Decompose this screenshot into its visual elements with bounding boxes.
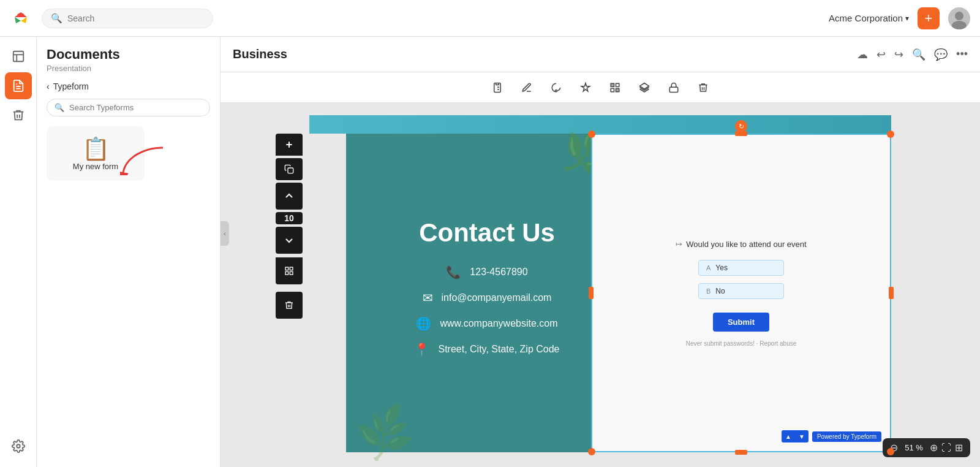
email-text: info@companyemail.com [442, 292, 552, 303]
undo-icon[interactable]: ↩ [876, 48, 886, 61]
sidebar-collapse-handle[interactable]: ‹ [221, 221, 229, 246]
toolbar-sparkle[interactable] [576, 78, 595, 97]
powered-by: Powered by Typeform [812, 431, 881, 442]
redo-icon[interactable]: ↪ [894, 48, 903, 61]
form-content: ↦ Would you like to attend our event A Y… [676, 240, 806, 347]
form-footer: Never submit passwords! · Report abuse [686, 340, 797, 347]
sidebar-subtitle: Presentation [47, 64, 210, 73]
svg-rect-26 [290, 267, 293, 270]
avatar[interactable] [948, 7, 970, 29]
add-button[interactable]: + [918, 7, 940, 29]
contact-card: 🌿 Contact Us 📞 123-4567890 ✉ info@compan… [346, 134, 628, 452]
canvas-area[interactable]: 10 🌿 [221, 103, 980, 467]
search-input[interactable] [67, 13, 204, 23]
tool-trash[interactable] [276, 292, 303, 319]
toolbar-pencil[interactable] [518, 78, 536, 97]
content-header: Business ☁ ↩ ↪ 🔍 💬 ••• [221, 37, 980, 72]
svg-rect-16 [611, 83, 614, 86]
globe-icon: 🌐 [416, 316, 431, 331]
leaf-bottom: 🌿 [352, 401, 419, 466]
side-handle-l[interactable] [589, 287, 594, 299]
contact-title: Contact Us [419, 218, 555, 248]
corner-handle-tl[interactable] [588, 131, 595, 138]
form-embed-box: ↦ Would you like to attend our event A Y… [591, 134, 891, 452]
svg-point-5 [955, 12, 963, 20]
arrow-indicator [120, 145, 169, 178]
app-logo[interactable] [10, 6, 42, 31]
content-title: Business [233, 47, 850, 61]
zoom-in-button[interactable]: ⊕ [930, 442, 938, 454]
icon-bar [0, 37, 37, 467]
zoom-grid-button[interactable]: ⊞ [955, 442, 963, 454]
sidebar-search-box[interactable]: 🔍 [47, 99, 210, 116]
icon-bar-trash[interactable] [5, 102, 32, 129]
form-option-a[interactable]: A Yes [698, 260, 784, 276]
topbar: 🔍 Acme Corporation ▾ + [0, 0, 980, 37]
contact-phone: 📞 123-4567890 [446, 265, 527, 279]
zoom-level: 51 % [902, 443, 926, 452]
form-question: ↦ Would you like to attend our event [676, 240, 806, 249]
chevron-left-icon: ‹ [47, 82, 50, 91]
toolbar-lasso[interactable] [547, 78, 565, 97]
toolbar-lock[interactable] [665, 78, 683, 97]
content-area: Business ☁ ↩ ↪ 🔍 💬 ••• [221, 37, 980, 467]
svg-point-12 [17, 444, 20, 448]
side-handle-r[interactable] [889, 287, 894, 299]
toolbar-checker[interactable] [606, 78, 624, 97]
comment-icon[interactable]: 💬 [934, 48, 948, 61]
slide-number: 10 [276, 212, 303, 224]
sidebar: Documents Presentation ‹ Typeform 🔍 📋 My… [37, 37, 221, 467]
nav-arrows[interactable]: ▲ ▼ [782, 430, 809, 442]
side-handle-b[interactable] [735, 450, 747, 455]
typeform-search-input[interactable] [69, 103, 202, 112]
nav-next[interactable]: ▼ [795, 430, 809, 442]
form-submit-button[interactable]: Submit [713, 313, 769, 332]
icon-bar-presentations[interactable] [5, 72, 32, 99]
corner-handle-bl[interactable] [588, 448, 595, 455]
svg-rect-18 [611, 88, 614, 91]
form-embed-container: ↻ [591, 134, 891, 452]
sidebar-back[interactable]: ‹ Typeform [47, 82, 210, 91]
search-icon: 🔍 [51, 13, 62, 24]
cloud-icon[interactable]: ☁ [857, 48, 868, 61]
form-nav-bar: ▲ ▼ Powered by Typeform [782, 430, 881, 442]
form-card-label: My new form [73, 162, 118, 171]
toolbar [221, 72, 980, 103]
slide-number-text: 10 [284, 213, 294, 223]
icon-bar-settings[interactable] [5, 433, 32, 460]
zoom-bar: ⊖ 51 % ⊕ ⛶ ⊞ [883, 438, 970, 457]
chevron-down-icon: ▾ [905, 14, 909, 23]
nav-prev[interactable]: ▲ [782, 430, 795, 442]
corner-handle-tr[interactable] [887, 131, 894, 138]
svg-rect-24 [288, 168, 293, 173]
svg-rect-27 [285, 271, 288, 275]
toolbar-delete[interactable] [694, 78, 712, 97]
search-box[interactable]: 🔍 [42, 9, 213, 28]
rotate-handle[interactable]: ↻ [735, 120, 747, 132]
svg-point-15 [556, 89, 557, 91]
toolbar-layers[interactable] [635, 78, 654, 97]
zoom-fit-button[interactable]: ⛶ [941, 442, 951, 454]
toolbar-clipboard[interactable] [488, 78, 507, 97]
side-handle-t[interactable] [735, 131, 747, 136]
more-options-icon[interactable]: ••• [956, 48, 968, 61]
svg-rect-25 [285, 267, 288, 270]
tool-up[interactable] [276, 183, 303, 210]
svg-rect-28 [290, 271, 293, 275]
tool-grid[interactable] [276, 257, 303, 284]
company-selector[interactable]: Acme Corporation ▾ [829, 13, 909, 23]
option-a-label: A [706, 264, 710, 271]
location-icon: 📍 [414, 342, 429, 357]
address-text: Street, City, State, Zip Code [438, 344, 559, 355]
svg-rect-14 [496, 83, 499, 85]
search-icon: 🔍 [55, 103, 64, 112]
svg-rect-17 [616, 83, 619, 86]
form-option-b[interactable]: B No [698, 283, 784, 299]
corner-handle-br[interactable] [887, 448, 894, 455]
contact-address: 📍 Street, City, State, Zip Code [414, 342, 559, 357]
tool-copy[interactable] [276, 158, 303, 180]
tool-add[interactable] [276, 134, 303, 156]
tool-down[interactable] [276, 227, 303, 254]
icon-bar-documents[interactable] [5, 43, 32, 70]
search-icon[interactable]: 🔍 [912, 48, 925, 61]
